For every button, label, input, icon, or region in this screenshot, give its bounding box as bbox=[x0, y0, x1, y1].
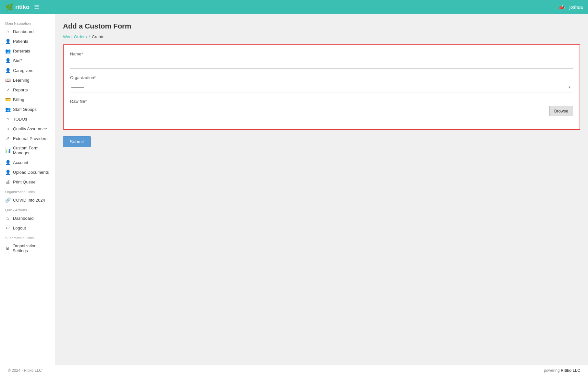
sidebar-item-org-settings[interactable]: ⚙ Organization Settings bbox=[0, 241, 55, 255]
group-icon: 👥 bbox=[5, 107, 10, 112]
raw-file-field-group: Raw file* — Browse bbox=[70, 99, 573, 116]
sidebar-item-covid-info[interactable]: 🔗 COVID Info 2024 bbox=[0, 195, 55, 205]
submit-button[interactable]: Submit bbox=[63, 136, 91, 147]
sidebar-item-label: Print Queue bbox=[13, 180, 35, 184]
home-icon-2: ⌂ bbox=[5, 216, 10, 221]
print-icon: 🖨 bbox=[5, 179, 10, 184]
sidebar-item-upload-documents[interactable]: 👤 Upload Documents bbox=[0, 167, 55, 177]
navbar-logo: 🌿 ritiko bbox=[5, 3, 30, 11]
layout: Main Navigation ⌂ Dashboard 👤 Patients 👥… bbox=[0, 14, 588, 365]
sidebar-item-label: COVID Info 2024 bbox=[13, 198, 45, 203]
organization-select[interactable]: ——— bbox=[70, 82, 573, 92]
organization-select-wrapper: ——— ▾ bbox=[70, 82, 573, 92]
sidebar-item-label: Staff bbox=[13, 58, 22, 63]
sidebar-item-referrals[interactable]: 👥 Referrals bbox=[0, 46, 55, 56]
main-nav-label: Main Navigation bbox=[0, 18, 55, 27]
sidebar-item-logout[interactable]: ↩ Logout bbox=[0, 223, 55, 233]
sidebar-item-staff[interactable]: 👤 Staff bbox=[0, 56, 55, 65]
link-icon: 🔗 bbox=[5, 197, 10, 203]
breadcrumb-link[interactable]: Work Orders bbox=[63, 34, 87, 39]
external-icon: ↗ bbox=[5, 136, 10, 141]
sidebar-item-label: Logout bbox=[13, 226, 26, 230]
sidebar-item-label: Learning bbox=[13, 78, 30, 83]
footer-right-prefix: powering bbox=[544, 368, 561, 373]
sidebar-item-label: Patients bbox=[13, 39, 28, 44]
sidebar-item-print-queue[interactable]: 🖨 Print Queue bbox=[0, 177, 55, 187]
qa-icon: ○ bbox=[5, 126, 10, 131]
sidebar-item-label: Custom Form Manager bbox=[13, 146, 50, 155]
raw-file-label: Raw file* bbox=[70, 99, 573, 104]
sidebar-item-label: Caregivers bbox=[13, 68, 33, 73]
logo-text: ritiko bbox=[15, 4, 30, 11]
book-icon: 📖 bbox=[5, 77, 10, 83]
sidebar-item-dashboard[interactable]: ⌂ Dashboard bbox=[0, 27, 55, 36]
sidebar-item-label: Quality Assurance bbox=[13, 126, 47, 131]
file-row: — Browse bbox=[70, 106, 573, 116]
upload-icon: 👤 bbox=[5, 170, 10, 175]
hamburger-icon[interactable]: ☰ bbox=[34, 4, 39, 11]
todo-icon: ○ bbox=[5, 116, 10, 122]
navbar-left: 🌿 ritiko ☰ bbox=[5, 3, 39, 11]
footer-left: © 2024 - Ritiko LLC bbox=[8, 368, 42, 373]
navbar-right: 📣 joshua bbox=[558, 4, 583, 10]
superadmin-label: Superadmin Links bbox=[0, 233, 55, 241]
breadcrumb: Work Orders / Create bbox=[63, 34, 580, 39]
sidebar-item-label: Account bbox=[13, 160, 28, 165]
breadcrumb-current: Create bbox=[92, 34, 104, 39]
chart-icon: ↗ bbox=[5, 87, 10, 92]
billing-icon: 💳 bbox=[5, 97, 10, 102]
sidebar-item-custom-form-manager[interactable]: 📊 Custom Form Manager bbox=[0, 143, 55, 158]
organization-field-group: Organization* ——— ▾ bbox=[70, 75, 573, 92]
sidebar-item-label: Dashboard bbox=[13, 29, 34, 34]
org-links-label: Organization Links bbox=[0, 187, 55, 195]
bell-icon[interactable]: 📣 bbox=[558, 4, 565, 10]
sidebar: Main Navigation ⌂ Dashboard 👤 Patients 👥… bbox=[0, 14, 55, 365]
sidebar-item-label: External Providers bbox=[13, 136, 47, 141]
name-field-group: Name* bbox=[70, 52, 573, 69]
footer-right: powering Ritiko LLC bbox=[544, 368, 580, 373]
sidebar-item-label: Billing bbox=[13, 97, 24, 102]
people-icon: 👥 bbox=[5, 48, 10, 53]
sidebar-item-learning[interactable]: 📖 Learning bbox=[0, 75, 55, 85]
account-icon: 👤 bbox=[5, 160, 10, 165]
name-input[interactable] bbox=[70, 58, 573, 69]
sidebar-item-quick-dashboard[interactable]: ⌂ Dashboard bbox=[0, 213, 55, 223]
sidebar-item-label: Organization Settings bbox=[13, 243, 50, 253]
sidebar-item-todos[interactable]: ○ TODOs bbox=[0, 114, 55, 124]
form-card: Name* Organization* ——— ▾ Raw file* — bbox=[63, 44, 580, 130]
navbar: 🌿 ritiko ☰ 📣 joshua bbox=[0, 0, 588, 14]
sidebar-item-label: Dashboard bbox=[13, 216, 34, 221]
form-icon: 📊 bbox=[5, 148, 10, 153]
sidebar-item-billing[interactable]: 💳 Billing bbox=[0, 95, 55, 104]
staff-icon: 👤 bbox=[5, 58, 10, 63]
sidebar-item-caregivers[interactable]: 👤 Caregivers bbox=[0, 65, 55, 75]
logout-icon: ↩ bbox=[5, 225, 10, 230]
sidebar-item-label: Reports bbox=[13, 88, 28, 92]
footer-right-brand: Ritiko LLC bbox=[561, 368, 580, 373]
home-icon: ⌂ bbox=[5, 29, 10, 34]
sidebar-item-label: Referrals bbox=[13, 49, 30, 53]
user-label: joshua bbox=[570, 5, 583, 10]
footer: © 2024 - Ritiko LLC powering Ritiko LLC bbox=[0, 365, 588, 376]
browse-button[interactable]: Browse bbox=[549, 106, 573, 116]
quick-actions-label: Quick Actions bbox=[0, 205, 55, 213]
sidebar-item-patients[interactable]: 👤 Patients bbox=[0, 36, 55, 46]
name-label: Name* bbox=[70, 52, 573, 56]
caregiver-icon: 👤 bbox=[5, 68, 10, 73]
sidebar-item-staff-groups[interactable]: 👥 Staff Groups bbox=[0, 104, 55, 114]
sidebar-item-reports[interactable]: ↗ Reports bbox=[0, 85, 55, 95]
organization-label: Organization* bbox=[70, 75, 573, 80]
sidebar-item-label: Staff Groups bbox=[13, 107, 37, 112]
page-title: Add a Custom Form bbox=[63, 22, 580, 30]
file-placeholder: — bbox=[71, 108, 76, 113]
sidebar-item-external-providers[interactable]: ↗ External Providers bbox=[0, 134, 55, 143]
breadcrumb-separator: / bbox=[89, 34, 90, 39]
logo-icon: 🌿 bbox=[5, 3, 13, 11]
sidebar-item-quality-assurance[interactable]: ○ Quality Assurance bbox=[0, 124, 55, 134]
person-icon: 👤 bbox=[5, 39, 10, 44]
sidebar-item-label: Upload Documents bbox=[13, 170, 49, 175]
sidebar-item-account[interactable]: 👤 Account bbox=[0, 158, 55, 167]
file-input-area: — bbox=[70, 106, 547, 116]
gear-icon: ⚙ bbox=[5, 246, 10, 251]
main-content: Add a Custom Form Work Orders / Create N… bbox=[55, 14, 588, 365]
